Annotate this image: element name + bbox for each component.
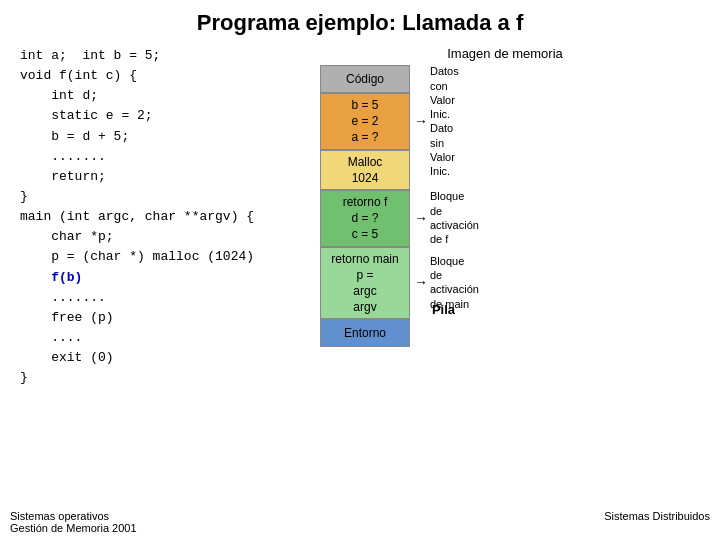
code-panel: int a; int b = 5;void f(int c) { int d; … (20, 46, 300, 388)
memory-block: retorno f d = ? c = 5→ Bloque de activac… (320, 190, 410, 247)
memory-block: Código (320, 65, 410, 93)
footer-left: Sistemas operativos Gestión de Memoria 2… (10, 510, 137, 534)
pila-label: Pila (432, 302, 455, 317)
footer: Sistemas operativos Gestión de Memoria 2… (10, 510, 710, 534)
code-line: static e = 2; (20, 106, 300, 126)
code-line: return; (20, 167, 300, 187)
code-line: char *p; (20, 227, 300, 247)
memory-block: b = 5 e = 2 a = ?→ Datos con Valor Inic.… (320, 93, 410, 150)
code-line: f(b) (20, 268, 300, 288)
code-line: b = d + 5; (20, 127, 300, 147)
footer-left-line1: Sistemas operativos (10, 510, 137, 522)
footer-right: Sistemas Distribuidos (604, 510, 710, 534)
code-line: ....... (20, 288, 300, 308)
content-area: int a; int b = 5;void f(int c) { int d; … (20, 46, 700, 388)
page: Programa ejemplo: Llamada a f int a; int… (0, 0, 720, 540)
page-title: Programa ejemplo: Llamada a f (20, 10, 700, 36)
diagram-wrapper: Códigob = 5 e = 2 a = ?→ Datos con Valor… (320, 65, 700, 347)
code-line: } (20, 368, 300, 388)
code-line: ....... (20, 147, 300, 167)
code-line: int d; (20, 86, 300, 106)
code-line: main (int argc, char **argv) { (20, 207, 300, 227)
memory-box-1: b = 5 e = 2 a = ? (320, 93, 410, 150)
code-line: void f(int c) { (20, 66, 300, 86)
memory-block: Malloc 1024 (320, 150, 410, 190)
memory-block: Entorno (320, 319, 410, 347)
memory-box-5: Entorno (320, 319, 410, 347)
memory-block: retorno main p = argc argv→ Bloque de ac… (320, 247, 410, 320)
memory-box-2: Malloc 1024 (320, 150, 410, 190)
side-label-1: → Datos con Valor Inic. Dato sin Valor I… (414, 64, 459, 178)
memory-panel: Imagen de memoria Códigob = 5 e = 2 a = … (310, 46, 700, 388)
code-line: p = (char *) malloc (1024) (20, 247, 300, 267)
memory-box-0: Código (320, 65, 410, 93)
memory-title: Imagen de memoria (310, 46, 700, 61)
code-line: } (20, 187, 300, 207)
code-line: int a; int b = 5; (20, 46, 300, 66)
memory-box-3: retorno f d = ? c = 5 (320, 190, 410, 247)
code-line: exit (0) (20, 348, 300, 368)
side-label-3: → Bloque de activación de f (414, 190, 479, 247)
code-line: free (p) (20, 308, 300, 328)
code-line: .... (20, 328, 300, 348)
footer-left-line2: Gestión de Memoria 2001 (10, 522, 137, 534)
memory-box-4: retorno main p = argc argv (320, 247, 410, 320)
